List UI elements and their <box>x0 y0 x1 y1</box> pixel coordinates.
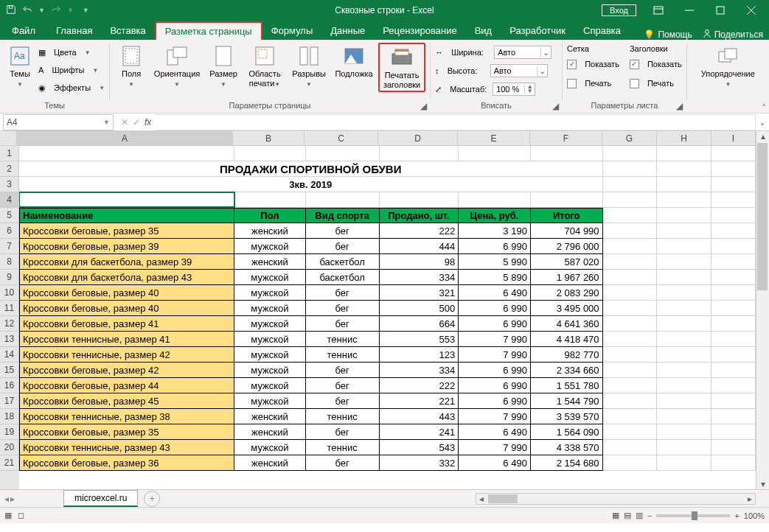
data-cell[interactable]: женский <box>234 455 306 471</box>
data-cell[interactable]: бег <box>306 223 380 239</box>
cancel-formula-icon[interactable]: ✕ <box>121 117 128 127</box>
gridlines-print-checkbox[interactable]: Печать <box>567 75 619 91</box>
data-cell[interactable]: женский <box>234 254 306 270</box>
cell[interactable] <box>657 177 711 192</box>
cell[interactable] <box>711 285 756 301</box>
cell[interactable] <box>531 146 603 161</box>
data-cell[interactable]: 443 <box>380 409 459 424</box>
column-header[interactable]: B <box>233 131 305 146</box>
tab-developer[interactable]: Разработчик <box>501 22 574 40</box>
data-cell[interactable]: 6 990 <box>459 378 531 393</box>
header-cell[interactable]: Продано, шт. <box>380 208 459 223</box>
cell[interactable] <box>603 285 658 301</box>
zoom-thumb[interactable] <box>692 511 697 520</box>
qat-customize-icon[interactable]: ▼ <box>83 7 89 14</box>
row-header[interactable]: 13 <box>0 332 19 347</box>
data-cell[interactable]: 4 338 570 <box>531 440 603 455</box>
cell[interactable] <box>711 192 756 208</box>
data-cell[interactable]: Кроссовки беговые, размер 41 <box>19 316 234 332</box>
tab-review[interactable]: Рецензирование <box>374 22 465 40</box>
row-header[interactable]: 7 <box>0 239 19 254</box>
tab-view[interactable]: Вид <box>466 22 501 40</box>
cell[interactable] <box>711 177 756 192</box>
data-cell[interactable]: теннис <box>306 409 380 424</box>
cell[interactable] <box>306 192 380 208</box>
data-cell[interactable]: 6 990 <box>459 239 531 254</box>
effects-button[interactable]: ◉ Эффекты ▼ <box>38 80 105 96</box>
cell[interactable] <box>657 440 711 455</box>
data-cell[interactable]: 321 <box>380 285 459 301</box>
redo-icon[interactable] <box>51 4 61 17</box>
scroll-down-icon[interactable]: ▾ <box>756 479 769 489</box>
data-cell[interactable]: бег <box>306 455 380 471</box>
data-cell[interactable]: мужской <box>234 301 306 316</box>
cell[interactable] <box>657 424 711 440</box>
margins-button[interactable]: Поля▼ <box>114 43 148 88</box>
cell[interactable] <box>603 192 658 208</box>
data-cell[interactable]: 2 334 660 <box>531 363 603 378</box>
cell[interactable] <box>657 161 711 177</box>
breaks-button[interactable]: Разрывы▼ <box>288 43 330 88</box>
cell[interactable] <box>657 332 711 347</box>
cell[interactable] <box>603 270 658 285</box>
scroll-right-icon[interactable]: ▸ <box>745 494 755 504</box>
data-cell[interactable]: Кроссовки беговые, размер 45 <box>19 393 234 409</box>
normal-view-icon[interactable]: ▦ <box>612 511 619 520</box>
row-header[interactable]: 8 <box>0 254 19 270</box>
cells[interactable]: ПРОДАЖИ СПОРТИВНОЙ ОБУВИ3кв. 2019Наимено… <box>19 146 756 471</box>
data-cell[interactable]: бег <box>306 363 380 378</box>
cell[interactable] <box>531 192 603 208</box>
horizontal-scrollbar[interactable]: ◂ ▸ <box>476 493 756 505</box>
data-cell[interactable]: 4 418 470 <box>531 332 603 347</box>
cell[interactable] <box>234 192 306 208</box>
tab-file[interactable]: Файл <box>0 22 47 40</box>
subtitle-cell[interactable]: 3кв. 2019 <box>19 177 603 192</box>
cell[interactable] <box>603 440 658 455</box>
row-header[interactable]: 21 <box>0 455 19 471</box>
height-combo[interactable]: Авто⌄ <box>490 64 548 77</box>
cell[interactable] <box>711 455 756 471</box>
column-header[interactable]: I <box>711 131 756 146</box>
data-cell[interactable]: 6 490 <box>459 455 531 471</box>
data-cell[interactable]: Кроссовки для баскетбола, размер 39 <box>19 254 234 270</box>
cell[interactable] <box>603 332 658 347</box>
cell[interactable] <box>603 378 658 393</box>
tab-page-layout[interactable]: Разметка страницы <box>155 21 262 41</box>
data-cell[interactable]: 98 <box>380 254 459 270</box>
data-cell[interactable]: 222 <box>380 378 459 393</box>
undo-dropdown-icon[interactable]: ▼ <box>38 7 45 14</box>
header-cell[interactable]: Итого <box>531 208 603 223</box>
cell[interactable] <box>711 347 756 363</box>
cell[interactable] <box>459 192 531 208</box>
data-cell[interactable]: Кроссовки теннисные, размер 41 <box>19 332 234 347</box>
row-header[interactable]: 18 <box>0 409 19 424</box>
page-break-view-icon[interactable]: ▥ <box>636 511 643 520</box>
data-cell[interactable]: бег <box>306 378 380 393</box>
cell[interactable] <box>657 270 711 285</box>
scale-launcher-icon[interactable]: ◢ <box>550 101 560 111</box>
cell[interactable] <box>603 254 658 270</box>
data-cell[interactable]: 222 <box>380 223 459 239</box>
headings-view-checkbox[interactable]: Показать <box>630 56 682 72</box>
data-cell[interactable]: 6 490 <box>459 424 531 440</box>
data-cell[interactable]: 3 495 000 <box>531 301 603 316</box>
data-cell[interactable]: 444 <box>380 239 459 254</box>
data-cell[interactable]: 664 <box>380 316 459 332</box>
cell[interactable] <box>657 254 711 270</box>
cell[interactable] <box>657 146 711 161</box>
zoom-slider[interactable] <box>656 514 730 517</box>
data-cell[interactable]: женский <box>234 223 306 239</box>
vertical-scrollbar[interactable]: ▴ ▾ <box>756 131 769 489</box>
cell[interactable] <box>657 285 711 301</box>
cell[interactable] <box>657 409 711 424</box>
minimize-icon[interactable] <box>675 1 704 19</box>
data-cell[interactable]: мужской <box>234 285 306 301</box>
ribbon-display-icon[interactable] <box>644 1 673 19</box>
cell[interactable] <box>657 363 711 378</box>
formula-input[interactable] <box>156 114 756 130</box>
data-cell[interactable]: бег <box>306 424 380 440</box>
zoom-value[interactable]: 100% <box>744 511 765 520</box>
data-cell[interactable]: Кроссовки беговые, размер 39 <box>19 239 234 254</box>
expand-formula-icon[interactable]: ⌄ <box>756 117 769 127</box>
data-cell[interactable]: 553 <box>380 332 459 347</box>
